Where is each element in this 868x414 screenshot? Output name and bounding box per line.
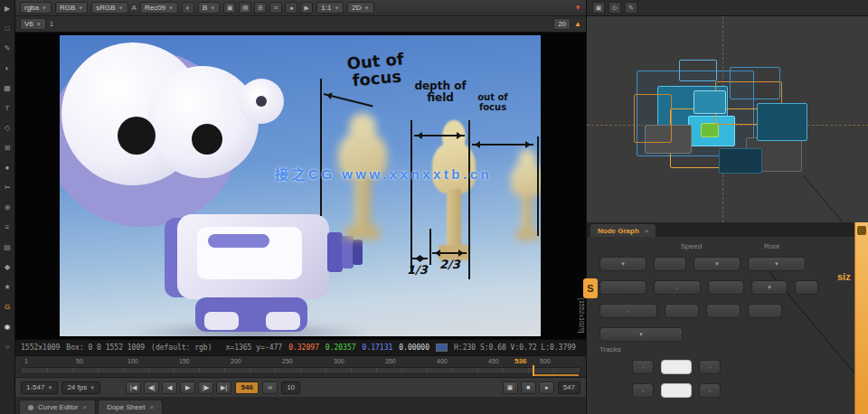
prop-button[interactable]: ◦ (632, 383, 654, 398)
node-rect[interactable] (634, 94, 672, 143)
prop-button[interactable]: ▾ (693, 257, 741, 271)
prop-button[interactable]: ◦ (654, 280, 701, 295)
loop-mode-button[interactable]: ∞ (262, 381, 278, 394)
input-version-dropdown[interactable]: V6▼ (20, 18, 46, 30)
close-icon[interactable]: × (645, 227, 649, 235)
wipe-icon[interactable]: ▣ (223, 2, 236, 14)
display-channels-dropdown[interactable]: RGB▼ (55, 2, 88, 14)
step-back-button[interactable]: ◀| (144, 381, 159, 394)
play-small-icon[interactable]: ▶ (300, 2, 313, 14)
viewer-canvas[interactable]: Out of focus depth of field out of focus… (60, 35, 541, 336)
sticky-note-badge[interactable]: S (583, 278, 598, 298)
snap-icon[interactable]: ⊙ (609, 2, 621, 14)
wipe-mode-icon[interactable]: ◐ (182, 2, 194, 14)
prop-button[interactable]: ◦ (699, 360, 721, 374)
menu-icon[interactable]: ≡ (269, 2, 282, 14)
prop-button[interactable] (654, 257, 686, 271)
prop-button[interactable] (661, 383, 692, 398)
display-channels-value: RGB (60, 4, 75, 12)
timeline-tick: 300 (334, 358, 344, 364)
prop-button[interactable]: ▾ (599, 327, 683, 342)
transform-tool-icon[interactable]: ⊕ (2, 202, 14, 213)
layers-tool-icon[interactable]: ▤ (2, 241, 14, 253)
fullscreen-icon[interactable]: ● (539, 381, 554, 394)
frame-hold-field[interactable]: 20 (553, 18, 571, 30)
camera-film-reel (239, 79, 284, 124)
color-tool-icon[interactable]: ◐ (2, 62, 14, 74)
select-tool-icon[interactable]: ▶ (2, 3, 14, 14)
focus-boundary-line-right (537, 136, 539, 236)
prop-button[interactable]: ◦ (632, 360, 654, 374)
grid-icon[interactable]: ⊞ (254, 2, 267, 14)
text-tool-icon[interactable]: T (2, 102, 14, 114)
close-icon[interactable]: × (82, 403, 87, 411)
tab-curve-editor[interactable]: Curve Editor × (19, 400, 96, 414)
prop-button[interactable]: ▾ (751, 280, 788, 295)
timeline-track[interactable] (21, 367, 580, 374)
filter-tool-icon[interactable]: ● (2, 162, 14, 174)
viewer-lut-dropdown[interactable]: sRGB▼ (91, 2, 127, 14)
go-end-button[interactable]: ▶| (216, 381, 231, 394)
zoom-dropdown[interactable]: 1:1▼ (316, 2, 344, 14)
viewer-node-icon[interactable]: □ (2, 23, 14, 34)
node-rect[interactable] (679, 60, 717, 81)
step-forward-button[interactable]: |▶ (198, 381, 213, 394)
end-frame-field[interactable]: 547 (558, 381, 580, 394)
a-buffer-value: Rec09 (145, 4, 165, 12)
deep-tool-icon[interactable]: ◆ (2, 261, 14, 273)
stereo-icon[interactable]: ▣ (592, 2, 605, 14)
merge-tool-icon[interactable]: ⊞ (2, 142, 14, 154)
lock-range-icon[interactable]: ■ (521, 381, 536, 394)
prop-button[interactable]: ▾ (599, 257, 646, 271)
go-start-button[interactable]: |◀ (126, 381, 141, 394)
tab-node-graph[interactable]: Node Graph × (590, 224, 656, 237)
prop-button[interactable] (708, 280, 744, 295)
view-mode-dropdown[interactable]: 2D▼ (347, 2, 373, 14)
prop-button[interactable]: ◦ (699, 383, 721, 398)
particles-tool-icon[interactable]: ★ (2, 281, 14, 293)
node-rect[interactable] (757, 103, 807, 141)
record-icon[interactable]: ● (285, 2, 297, 14)
draw-tool-icon[interactable]: ✎ (2, 42, 14, 54)
flipbook-icon[interactable]: ▣ (503, 381, 518, 394)
transport-right-icons: ▣■● (503, 381, 554, 394)
close-icon[interactable]: × (149, 403, 154, 411)
play-backward-button[interactable]: ◀ (162, 381, 177, 394)
play-forward-button[interactable]: ▶ (180, 381, 195, 394)
node-graph-view[interactable] (586, 16, 868, 222)
edit-icon[interactable]: ✎ (625, 2, 637, 14)
other-tool-icon[interactable]: ○ (2, 341, 14, 353)
sticky-note-panel-edge[interactable] (854, 222, 868, 414)
current-frame-field[interactable]: 546 (235, 381, 259, 394)
prop-button[interactable] (748, 304, 782, 318)
prop-button[interactable] (599, 280, 646, 295)
node-rect[interactable] (730, 67, 780, 99)
prop-button[interactable] (661, 360, 692, 374)
prop-button[interactable] (665, 304, 699, 318)
prop-button[interactable] (706, 304, 741, 318)
gizmo-tool-icon[interactable]: G (2, 301, 14, 313)
frame-increment-field[interactable]: 10 (281, 381, 300, 394)
keyer-tool-icon[interactable]: ◇ (2, 122, 14, 134)
cut-tool-icon[interactable]: ✂ (2, 182, 14, 193)
layer-dropdown[interactable]: rgba▼ (20, 2, 52, 14)
a-buffer-dropdown[interactable]: Rec09▼ (140, 2, 178, 14)
timeline-tick: 250 (282, 358, 293, 364)
node-rect[interactable] (693, 90, 726, 114)
roi-warning-icon[interactable]: ▲ (574, 20, 581, 28)
tab-dope-sheet[interactable]: Dope Sheet × (98, 400, 163, 414)
channel-tool-icon[interactable]: ▦ (2, 82, 14, 94)
b-buffer-dropdown[interactable]: B▼ (198, 2, 220, 14)
menu-tool-icon[interactable]: ≡ (2, 221, 14, 233)
render-tool-icon[interactable]: ◉ (2, 321, 14, 333)
prop-button[interactable] (795, 280, 818, 295)
node-rect[interactable] (719, 148, 762, 174)
timeline[interactable]: 536 150100150200250300350400450500 (15, 355, 586, 377)
prop-button[interactable]: ▾ (748, 257, 806, 271)
prop-button[interactable]: ◦ (599, 304, 657, 318)
fps-dropdown[interactable]: 24 fps▼ (61, 381, 100, 394)
timeline-playhead[interactable] (533, 365, 534, 376)
frame-range-dropdown[interactable]: 1-547▼ (21, 381, 58, 394)
checker-icon[interactable]: ▤ (239, 2, 251, 14)
viewer-warning-icon[interactable]: ▼ (574, 4, 581, 12)
